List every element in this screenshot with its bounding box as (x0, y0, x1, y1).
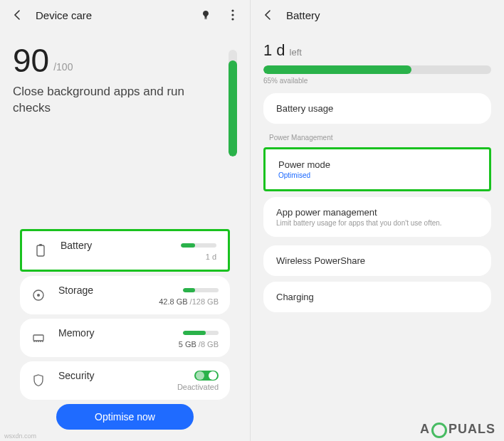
svg-point-2 (231, 14, 233, 16)
svg-point-3 (231, 18, 233, 20)
battery-sub: 1 d (206, 253, 216, 261)
device-care-body: 90 /100 Close background apps and run ch… (0, 30, 250, 441)
battery-screen: Battery 1 d left 65% available Battery u… (251, 0, 504, 441)
battery-body: 1 d left 65% available Battery usage Pow… (251, 30, 504, 312)
power-management-section: Power Management (269, 134, 491, 142)
score-message: Close background apps and run checks (13, 84, 191, 117)
score-denominator: /100 (53, 61, 73, 77)
device-care-header: Device care (0, 0, 250, 30)
resource-list: Battery 1 d Storage 42.8 GB /128 GB (13, 225, 237, 441)
memory-sub: 5 GB /8 GB (179, 340, 219, 349)
memory-bar (183, 331, 219, 335)
device-score-bar (229, 50, 237, 156)
svg-rect-4 (37, 245, 44, 256)
battery-row[interactable]: Battery 1 d (20, 229, 230, 272)
battery-icon (33, 243, 48, 257)
source-site: wsxdn.com (4, 432, 36, 440)
power-mode-card[interactable]: Power mode Optimised (263, 147, 491, 191)
more-icon[interactable] (224, 6, 241, 23)
storage-bar (183, 288, 219, 292)
battery-usage-card[interactable]: Battery usage (263, 93, 491, 124)
svg-rect-8 (33, 335, 43, 341)
shield-icon (31, 373, 46, 388)
battery-bar (181, 243, 216, 248)
device-care-screen: Device care 90 /100 Close background app… (0, 0, 251, 441)
svg-point-7 (37, 294, 40, 297)
svg-rect-5 (39, 244, 42, 246)
battery-header: Battery (251, 0, 504, 30)
ring-icon (431, 423, 447, 438)
optimise-button[interactable]: Optimise now (56, 404, 194, 430)
page-title: Device care (36, 9, 92, 21)
memory-icon (31, 331, 46, 345)
security-status: Deactivated (177, 383, 219, 391)
watermark: APUALS (420, 421, 495, 437)
charging-card[interactable]: Charging (263, 282, 491, 312)
back-icon[interactable] (9, 6, 26, 23)
power-mode-title: Power mode (278, 159, 476, 170)
battery-percent-bar (263, 65, 491, 74)
battery-label: Battery (61, 240, 171, 251)
page-title: Battery (286, 9, 320, 21)
memory-row[interactable]: Memory 5 GB /8 GB (20, 319, 230, 357)
bulb-icon[interactable] (197, 6, 214, 23)
app-power-sub: Limit battery usage for apps that you do… (276, 219, 478, 227)
wireless-powershare-card[interactable]: Wireless PowerShare (263, 245, 491, 276)
battery-available: 65% available (263, 77, 491, 85)
svg-point-1 (231, 9, 233, 11)
power-mode-sub: Optimised (278, 171, 476, 179)
battery-time-left: 1 d left (263, 41, 491, 60)
memory-label: Memory (58, 327, 169, 339)
svg-rect-0 (204, 18, 206, 19)
storage-row[interactable]: Storage 42.8 GB /128 GB (20, 276, 230, 314)
security-row[interactable]: Security Deactivated (20, 361, 230, 400)
app-power-card[interactable]: App power management Limit battery usage… (263, 197, 491, 237)
security-toggle[interactable] (194, 371, 219, 381)
storage-label: Storage (58, 285, 149, 296)
storage-sub: 42.8 GB /128 GB (159, 297, 219, 306)
storage-icon (31, 288, 46, 302)
back-icon[interactable] (259, 6, 276, 23)
score-value: 90 (13, 44, 49, 77)
device-score: 90 /100 (13, 44, 237, 77)
app-power-title: App power management (276, 207, 478, 218)
security-label: Security (58, 370, 167, 381)
